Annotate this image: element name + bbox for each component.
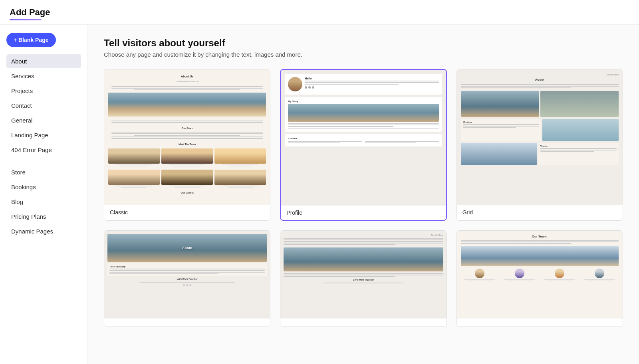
template-card-classic[interactable]: About Us Finding Inspiration in Every Tu…	[104, 69, 270, 221]
template-preview-story: The Full Story	[280, 231, 446, 318]
title-underline	[10, 19, 42, 20]
template-card-grid[interactable]: The Full Story About	[456, 69, 623, 221]
template-preview-profile: Hello	[281, 70, 446, 206]
sidebar-item-404[interactable]: 404 Error Page	[6, 143, 81, 157]
template-preview-grid: The Full Story About	[457, 69, 623, 205]
sidebar: + Blank Page About Services Projects Con…	[0, 25, 88, 364]
template-preview-team: Our Team.	[457, 231, 623, 318]
sidebar-item-landing-page[interactable]: Landing Page	[6, 128, 81, 142]
template-label-team	[457, 318, 623, 326]
sidebar-item-bookings[interactable]: Bookings	[6, 180, 81, 194]
template-preview-about-full: About The Full Story L	[104, 231, 270, 318]
template-label-grid: Grid	[457, 205, 623, 220]
template-label-story	[280, 318, 446, 326]
template-preview-classic: About Us Finding Inspiration in Every Tu…	[104, 69, 270, 205]
page-header: Add Page	[0, 0, 639, 25]
content-title: Tell visitors about yourself	[104, 38, 623, 49]
main-layout: + Blank Page About Services Projects Con…	[0, 25, 639, 364]
template-card-story[interactable]: The Full Story	[280, 230, 447, 327]
sidebar-item-store[interactable]: Store	[6, 165, 81, 179]
content-area: Tell visitors about yourself Choose any …	[88, 25, 639, 364]
template-card-profile[interactable]: Hello	[280, 69, 447, 221]
sidebar-divider	[6, 161, 81, 161]
template-grid: About Us Finding Inspiration in Every Tu…	[104, 69, 623, 327]
content-subtitle: Choose any page and customize it by chan…	[104, 51, 623, 58]
sidebar-item-dynamic-pages[interactable]: Dynamic Pages	[6, 224, 81, 238]
blank-page-button[interactable]: + Blank Page	[6, 33, 56, 47]
sidebar-item-general[interactable]: General	[6, 113, 81, 127]
sidebar-item-blog[interactable]: Blog	[6, 195, 81, 209]
sidebar-item-contact[interactable]: Contact	[6, 99, 81, 113]
page-title: Add Page	[10, 7, 50, 18]
sidebar-item-pricing-plans[interactable]: Pricing Plans	[6, 210, 81, 224]
content-header: Tell visitors about yourself Choose any …	[104, 38, 623, 58]
template-card-team[interactable]: Our Team.	[456, 230, 623, 327]
sidebar-item-about[interactable]: About	[6, 54, 81, 68]
template-label-profile: Profile	[281, 206, 446, 220]
template-label-about-full	[104, 318, 270, 326]
template-card-about-full[interactable]: About The Full Story L	[104, 230, 270, 327]
template-label-classic: Classic	[104, 205, 270, 220]
sidebar-item-projects[interactable]: Projects	[6, 84, 81, 98]
sidebar-item-services[interactable]: Services	[6, 69, 81, 83]
